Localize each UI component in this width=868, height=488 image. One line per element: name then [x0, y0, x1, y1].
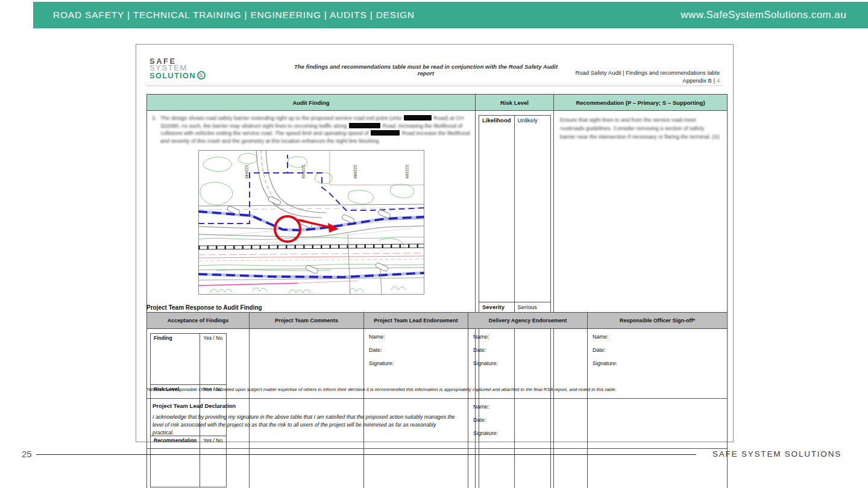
slide: ROAD SAFETY | TECHNICAL TRAINING | ENGIN…	[0, 0, 868, 488]
signature-field-label: Signature:	[473, 360, 582, 366]
name-field-label: Name:	[593, 334, 722, 340]
name-field-label: Name:	[473, 404, 722, 410]
banner-website: www.SafeSystemSolutions.com.au	[681, 9, 846, 21]
declaration-text: I acknowledge that by providing my signa…	[153, 413, 457, 437]
table-row: Finding Yes / No	[151, 334, 227, 385]
footer-divider-line	[36, 454, 696, 455]
recommendation-text: Ensure that sight lines to and from the …	[560, 116, 721, 141]
slide-page-number: 25	[22, 449, 32, 459]
col-header-audit-finding: Audit Finding	[147, 95, 476, 111]
name-field-label: Name:	[473, 334, 582, 340]
doc-title: Road Safety Audit | Findings and recomme…	[575, 69, 720, 77]
declaration-signoff-cell: Name: Date: Signature:	[468, 399, 728, 449]
doc-page-number: 4	[717, 77, 720, 84]
banner-services: ROAD SAFETY | TECHNICAL TRAINING | ENGIN…	[53, 10, 415, 20]
col-header-agency-endorsement: Delivery Agency Endorsement	[468, 313, 588, 329]
name-field-label: Name:	[369, 334, 463, 340]
header-separator	[147, 86, 722, 86]
svg-text:322080: 322080	[353, 164, 357, 179]
footer-brand: SAFE SYSTEM SOLUTIONS	[712, 449, 841, 458]
doc-title-block: Road Safety Audit | Findings and recomme…	[575, 69, 720, 84]
svg-text:322100: 322100	[404, 164, 409, 179]
document-page: SAFE SYSTEM SOLUTION S The findings and …	[136, 44, 734, 442]
top-banner: ROAD SAFETY | TECHNICAL TRAINING | ENGIN…	[33, 2, 868, 28]
redaction-box	[349, 123, 380, 128]
safe-system-solutions-logo: SAFE SYSTEM SOLUTION S	[149, 58, 206, 80]
finding-text-parts: The design shows road safety barrier ext…	[160, 114, 470, 145]
finding-number: 3.	[152, 114, 160, 145]
svg-text:322040: 322040	[244, 164, 249, 179]
responsible-officer-footnote: *Where the Responsible Officer has relie…	[146, 387, 727, 392]
signature-field-label: Signature:	[473, 430, 722, 436]
table-row: Likelihood Unlikely	[479, 116, 551, 302]
redaction-box	[404, 115, 432, 120]
logo-word-solutions: SOLUTION S	[149, 71, 206, 80]
date-field-label: Date:	[369, 347, 463, 353]
col-header-officer-signoff: Responsible Officer Sign-off*	[588, 313, 728, 329]
col-header-acceptance: Acceptance of Findings	[147, 313, 250, 329]
site-plan-map: 322040 322060 322080 322100	[198, 150, 424, 295]
finding-text: 3. The design shows road safety barrier …	[152, 114, 470, 145]
response-section-title: Project Team Response to Audit Finding	[146, 304, 262, 311]
col-header-risk-level: Risk Level	[476, 95, 554, 111]
svg-text:322060: 322060	[301, 164, 306, 179]
col-header-recommendation: Recommendation (P – Primary; S – Support…	[554, 95, 728, 111]
signature-field-label: Signature:	[593, 360, 722, 366]
date-field-label: Date:	[593, 347, 722, 353]
signature-field-label: Signature:	[369, 360, 463, 366]
redaction-box	[371, 130, 400, 136]
col-header-comments: Project Team Comments	[250, 313, 364, 329]
col-header-lead-endorsement: Project Team Lead Endorsement	[364, 313, 468, 329]
declaration-table: Project Team Lead Declaration I acknowle…	[146, 398, 728, 449]
date-field-label: Date:	[473, 347, 582, 353]
logo-word-system: SYSTEM	[149, 64, 206, 71]
declaration-cell: Project Team Lead Declaration I acknowle…	[147, 399, 468, 449]
doc-notice: The findings and recommendations table m…	[292, 63, 560, 77]
doc-appendix: Appendix B | 4	[575, 77, 720, 84]
logo-s-circle-icon: S	[197, 71, 206, 80]
declaration-title: Project Team Lead Declaration	[153, 402, 462, 409]
table-row: Project Team Lead Declaration I acknowle…	[147, 399, 728, 449]
date-field-label: Date:	[473, 417, 722, 423]
